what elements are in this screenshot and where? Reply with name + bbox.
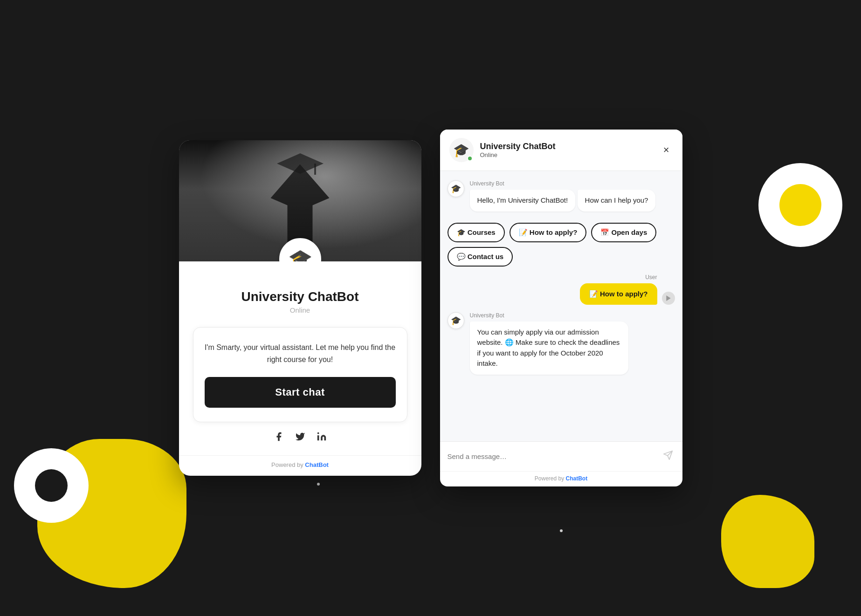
chat-input-area	[440, 441, 682, 471]
chat-online-dot	[467, 156, 473, 161]
user-content-1: User 📝 How to apply?	[580, 274, 657, 305]
quick-replies-row: 🎓 Courses 📝 How to apply? 📅 Open days 💬 …	[448, 223, 675, 267]
send-message-button[interactable]	[661, 448, 675, 465]
dot-3	[560, 529, 563, 532]
scene-container: 🎓 University ChatBot Online I'm Smarty, …	[179, 130, 682, 486]
social-icons-row	[193, 431, 407, 444]
quick-reply-courses[interactable]: 🎓 Courses	[448, 223, 505, 242]
chat-chatbot-link[interactable]: ChatBot	[566, 475, 588, 482]
left-powered-by: Powered by ChatBot	[179, 455, 421, 476]
phone-body: University ChatBot Online I'm Smarty, yo…	[179, 261, 421, 455]
left-card-title: University ChatBot	[193, 289, 407, 304]
bot-message-group-2: 🎓 University Bot You can simply apply vi…	[448, 312, 675, 378]
chat-header-avatar: 🎓	[449, 138, 474, 162]
bot-message-group-1: 🎓 University Bot Hello, I'm University C…	[448, 180, 675, 215]
bot-bubble-2a: You can simply apply via our admission w…	[470, 322, 628, 375]
chat-messages-area: 🎓 University Bot Hello, I'm University C…	[440, 171, 682, 441]
svg-point-2	[317, 432, 319, 434]
linkedin-icon[interactable]	[317, 431, 327, 444]
svg-marker-3	[666, 295, 670, 301]
chat-window: 🎓 University ChatBot Online × 🎓 Universi…	[440, 130, 682, 486]
bot-content-2: University Bot You can simply apply via …	[470, 312, 675, 378]
quick-reply-opendays[interactable]: 📅 Open days	[591, 223, 656, 242]
svg-rect-1	[314, 164, 316, 175]
left-phone-wrapper: 🎓 University ChatBot Online I'm Smarty, …	[179, 140, 421, 475]
svg-marker-0	[277, 153, 324, 174]
bot-bubble-1b: How can I help you?	[578, 190, 656, 212]
bot-avatar-1: 🎓	[448, 180, 464, 197]
start-chat-button[interactable]: Start chat	[205, 377, 396, 408]
bot-name-label-2: University Bot	[470, 312, 675, 319]
chat-close-button[interactable]: ×	[660, 142, 673, 158]
user-message-group-1: User 📝 How to apply?	[448, 274, 675, 305]
decorative-blob-right	[721, 495, 814, 588]
chat-message-input[interactable]	[448, 452, 656, 460]
intro-box: I'm Smarty, your virtual assistant. Let …	[193, 327, 407, 422]
grad-cap-header-icon	[272, 150, 328, 178]
bot-content-1: University Bot Hello, I'm University Cha…	[470, 180, 675, 215]
chat-header-info: University ChatBot Online	[480, 142, 660, 158]
bot-name-label-1: University Bot	[470, 180, 675, 187]
bot-avatar-2: 🎓	[448, 312, 464, 329]
intro-text: I'm Smarty, your virtual assistant. Let …	[205, 342, 396, 365]
bot-bubble-1a: Hello, I'm University ChatBot!	[470, 190, 576, 212]
left-card-status: Online	[193, 306, 407, 314]
phone-header-image: 🎓	[179, 140, 421, 261]
left-chatbot-link[interactable]: ChatBot	[305, 461, 329, 468]
chat-header-status: Online	[480, 151, 660, 158]
user-avatar-1	[662, 292, 675, 305]
chat-powered-by: Powered by ChatBot	[440, 471, 682, 486]
user-bubble-1: 📝 How to apply?	[580, 283, 657, 305]
chat-header-name: University ChatBot	[480, 142, 660, 151]
facebook-icon[interactable]	[274, 431, 284, 444]
quick-reply-contact[interactable]: 💬 Contact us	[448, 247, 513, 267]
decorative-circle-inner-right	[779, 184, 821, 226]
left-phone-card: 🎓 University ChatBot Online I'm Smarty, …	[179, 140, 421, 475]
quick-reply-apply[interactable]: 📝 How to apply?	[510, 223, 587, 242]
twitter-icon[interactable]	[295, 431, 305, 444]
user-label-1: User	[645, 274, 657, 281]
chat-header: 🎓 University ChatBot Online ×	[440, 130, 682, 171]
decorative-circle-inner-left	[35, 469, 68, 502]
